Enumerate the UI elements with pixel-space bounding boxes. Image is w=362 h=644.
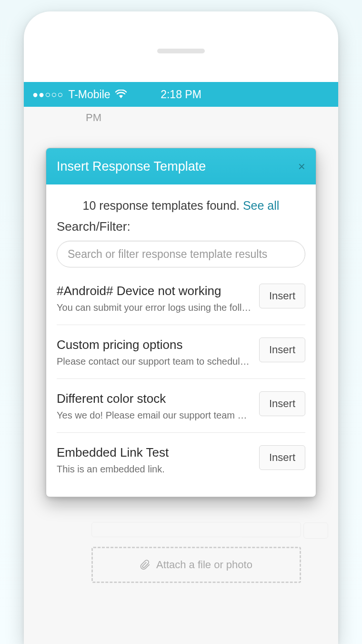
results-count-text: 10 response templates found. [83,199,243,212]
insert-button[interactable]: Insert [259,391,305,416]
modal-header: Insert Response Template × [46,148,316,184]
search-input[interactable] [68,248,294,261]
modal-title: Insert Response Template [57,159,206,174]
template-desc: Yes we do! Please email our support team… [57,410,251,421]
reply-toolbar-remnant [91,522,301,537]
close-icon[interactable]: × [298,159,305,174]
template-text: Different color stock Yes we do! Please … [57,391,251,421]
template-item: Custom pricing options Please contact ou… [57,325,305,379]
paperclip-icon [140,560,151,570]
search-field-wrapper[interactable] [57,241,305,267]
screen-background: PM Attach a file or photo Insert Respons… [24,107,338,644]
template-title: Different color stock [57,391,251,406]
modal-body: 10 response templates found. See all Sea… [46,184,316,497]
template-desc: You can submit your error logs using the… [57,302,251,313]
status-bar: ●●○○○ T-Mobile 2:18 PM [24,82,338,107]
status-time: 2:18 PM [161,88,201,101]
template-desc: This is an embedded link. [57,464,251,475]
phone-speaker [157,49,205,53]
results-count-line: 10 response templates found. See all [46,195,316,217]
signal-dots-icon: ●●○○○ [32,89,63,100]
template-title: #Android# Device not working [57,284,251,298]
template-text: #Android# Device not working You can sub… [57,284,251,313]
template-text: Custom pricing options Please contact ou… [57,337,251,367]
insert-button[interactable]: Insert [259,284,305,308]
phone-frame: ●●○○○ T-Mobile 2:18 PM PM Attach a file … [24,11,338,644]
insert-button[interactable]: Insert [259,337,305,362]
timestamp-peek: PM [86,112,101,124]
template-text: Embedded Link Test This is an embedded l… [57,445,251,475]
insert-button[interactable]: Insert [259,445,305,470]
filter-label: Search/Filter: [46,217,316,239]
template-list: #Android# Device not working You can sub… [46,271,316,497]
template-desc: Please contact our support team to sched… [57,356,251,367]
response-template-modal: Insert Response Template × 10 response t… [46,148,316,497]
attach-label: Attach a file or photo [156,559,252,571]
template-title: Custom pricing options [57,337,251,352]
wifi-icon [115,88,127,101]
template-item: Different color stock Yes we do! Please … [57,379,305,433]
template-item: #Android# Device not working You can sub… [57,271,305,325]
attach-dropzone[interactable]: Attach a file or photo [91,547,301,583]
template-title: Embedded Link Test [57,445,251,460]
carrier-label: T-Mobile [68,88,110,101]
template-item: Embedded Link Test This is an embedded l… [57,433,305,486]
status-left: ●●○○○ T-Mobile [24,88,127,101]
see-all-link[interactable]: See all [243,199,279,212]
